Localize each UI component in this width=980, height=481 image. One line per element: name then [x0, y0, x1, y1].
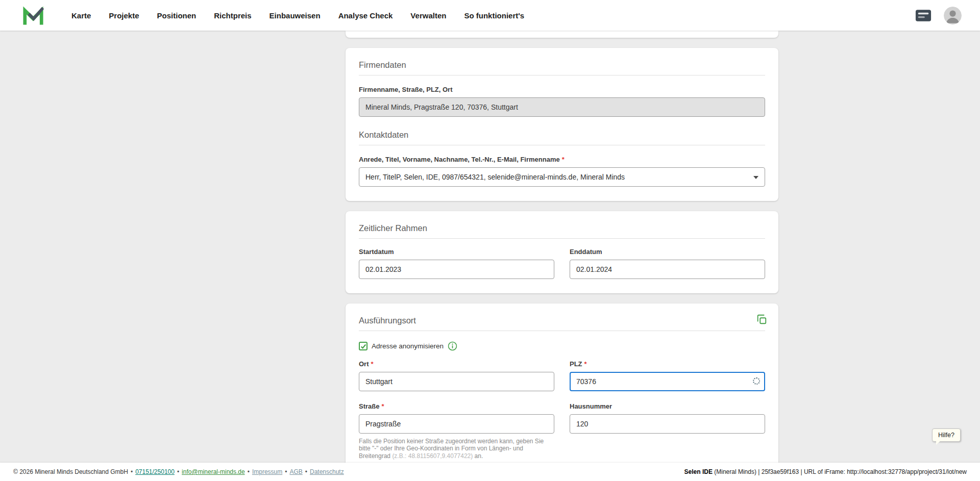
user-avatar[interactable]	[944, 7, 962, 24]
footer-left: © 2026 Mineral Minds Deutschland GmbH • …	[13, 468, 344, 475]
hausnummer-field: Hausnummer	[570, 402, 765, 460]
copy-icon[interactable]	[756, 314, 767, 325]
divider	[359, 331, 765, 331]
startdatum-label: Startdatum	[359, 248, 554, 256]
firmendaten-title: Firmendaten	[359, 60, 765, 70]
divider	[359, 238, 765, 239]
caret-down-icon	[753, 176, 758, 179]
nav-item-richtpreis[interactable]: Richtpreis	[214, 11, 251, 20]
ort-input[interactable]	[359, 372, 554, 391]
footer-separator: •	[131, 468, 133, 475]
agb-link[interactable]: AGB	[289, 468, 302, 475]
strasse-label: Straße *	[359, 402, 554, 410]
brand-logo-icon[interactable]	[22, 4, 44, 27]
enddatum-input[interactable]	[570, 260, 765, 279]
top-navigation: Karte Projekte Positionen Richtpreis Ein…	[0, 0, 980, 31]
strasse-hint-end: an.	[473, 452, 483, 460]
ort-label: Ort *	[359, 360, 554, 368]
required-asterisk: *	[381, 402, 384, 410]
kontakt-label-text: Anrede, Titel, Vorname, Nachname, Tel.-N…	[359, 156, 560, 163]
strasse-field: Straße * Falls die Position keiner Straß…	[359, 402, 554, 460]
footer-separator: •	[305, 468, 307, 475]
zeitlicher-rahmen-title: Zeitlicher Rahmen	[359, 223, 765, 233]
required-asterisk: *	[371, 360, 374, 368]
firmenname-label-text: Firmenname, Straße, PLZ, Ort	[359, 86, 453, 93]
startdatum-field: Startdatum	[359, 248, 554, 279]
divider	[359, 75, 765, 75]
email-link[interactable]: info@mineral-minds.de	[182, 468, 245, 475]
help-button[interactable]: Hilfe?	[932, 428, 961, 442]
strasse-hint: Falls die Position keiner Straße zugeord…	[359, 438, 554, 460]
iframe-info-text: (Mineral Minds) | 25f3ae59f163 | URL of …	[713, 468, 967, 475]
loading-spinner-icon	[753, 377, 760, 385]
ausfuehrungsort-title: Ausführungsort	[359, 316, 765, 325]
required-asterisk: *	[562, 156, 565, 163]
ort-label-text: Ort	[359, 360, 369, 368]
divider	[359, 145, 765, 145]
nav-item-so-funktionierts[interactable]: So funktioniert's	[464, 11, 524, 20]
startdatum-input[interactable]	[359, 260, 554, 279]
info-icon[interactable]	[448, 341, 457, 351]
anonymize-row: Adresse anonymisieren	[359, 341, 765, 351]
impressum-link[interactable]: Impressum	[252, 468, 282, 475]
nav-right	[915, 7, 962, 24]
strasse-input[interactable]	[359, 414, 554, 434]
datenschutz-link[interactable]: Datenschutz	[310, 468, 344, 475]
hausnummer-input[interactable]	[570, 414, 765, 434]
hausnummer-label: Hausnummer	[570, 402, 765, 410]
startdatum-label-text: Startdatum	[359, 248, 394, 256]
strasse-label-text: Straße	[359, 402, 379, 410]
plz-label: PLZ *	[570, 360, 765, 368]
nav-item-positionen[interactable]: Positionen	[157, 11, 197, 20]
nav-item-verwalten[interactable]: Verwalten	[410, 11, 446, 20]
enddatum-field: Enddatum	[570, 248, 765, 279]
firmenname-label: Firmenname, Straße, PLZ, Ort	[359, 86, 765, 93]
footer-separator: •	[177, 468, 179, 475]
card-partial-top	[346, 31, 778, 38]
firmenname-input	[359, 97, 765, 117]
content-column: Firmendaten Firmenname, Straße, PLZ, Ort…	[346, 31, 778, 481]
copyright-text: © 2026 Mineral Minds Deutschland GmbH	[13, 468, 128, 475]
app-id-text: Selen IDE	[684, 468, 713, 475]
nav-item-einbauweisen[interactable]: Einbauweisen	[270, 11, 321, 20]
kontakt-label: Anrede, Titel, Vorname, Nachname, Tel.-N…	[359, 156, 765, 163]
enddatum-label-text: Enddatum	[570, 248, 602, 256]
footer-separator: •	[248, 468, 250, 475]
ort-field: Ort *	[359, 360, 554, 391]
plz-input[interactable]	[570, 372, 765, 391]
enddatum-label: Enddatum	[570, 248, 765, 256]
kontaktdaten-title: Kontaktdaten	[359, 130, 765, 140]
nav-item-projekte[interactable]: Projekte	[109, 11, 139, 20]
footer-separator: •	[285, 468, 287, 475]
nav-item-analyse-check[interactable]: Analyse Check	[338, 11, 393, 20]
required-asterisk: *	[584, 360, 587, 368]
kontakt-select[interactable]: Herr, TitelP, Selen, IDE, 0987/654321, s…	[359, 167, 765, 187]
nav-links: Karte Projekte Positionen Richtpreis Ein…	[71, 11, 524, 20]
phone-link[interactable]: 07151/250100	[135, 468, 175, 475]
footer: © 2026 Mineral Minds Deutschland GmbH • …	[0, 463, 980, 481]
plz-label-text: PLZ	[570, 360, 582, 368]
strasse-hint-example: (z.B.: 48.8115607,9.4077422)	[392, 452, 473, 460]
anonymize-checkbox[interactable]	[359, 342, 368, 350]
server-icon[interactable]	[915, 9, 932, 22]
zeitlicher-rahmen-card: Zeitlicher Rahmen Startdatum Enddatum	[346, 211, 778, 293]
firmendaten-card: Firmendaten Firmenname, Straße, PLZ, Ort…	[346, 48, 778, 201]
hausnummer-label-text: Hausnummer	[570, 402, 612, 410]
ausfuehrungsort-card: Ausführungsort Adresse anonymisieren	[346, 303, 778, 474]
anonymize-label: Adresse anonymisieren	[372, 342, 444, 350]
footer-right: Selen IDE (Mineral Minds) | 25f3ae59f163…	[684, 468, 967, 475]
plz-field: PLZ *	[570, 360, 765, 391]
nav-item-karte[interactable]: Karte	[71, 11, 91, 20]
kontakt-select-value: Herr, TitelP, Selen, IDE, 0987/654321, s…	[365, 173, 625, 181]
